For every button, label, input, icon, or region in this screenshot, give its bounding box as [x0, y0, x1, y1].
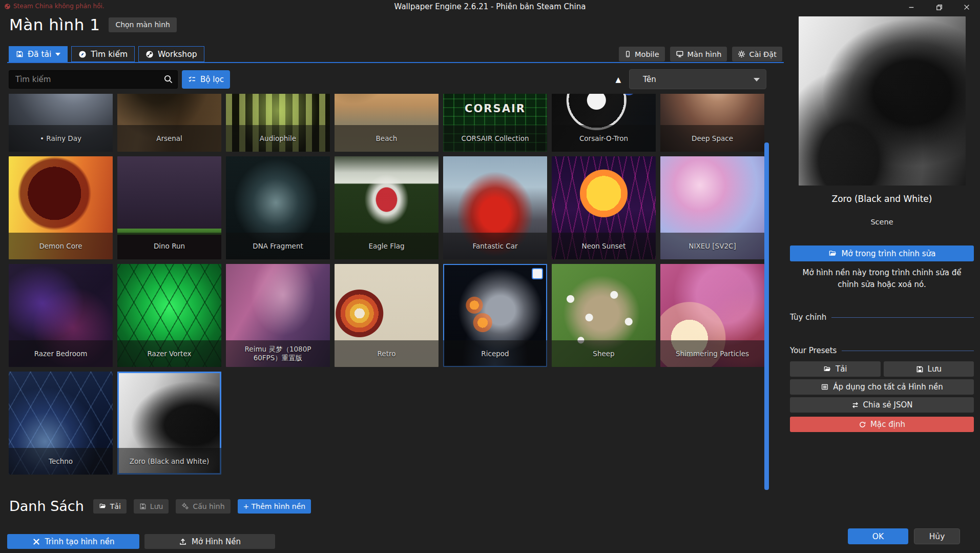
wallpaper-tile[interactable]: Arsenal [117, 94, 221, 152]
settings-button[interactable]: Cài Đặt [732, 47, 782, 62]
open-in-editor-label: Mở trong trình chỉnh sửa [842, 249, 936, 258]
tab-workshop[interactable]: Workshop [138, 46, 204, 62]
wallpaper-name: Dino Run [117, 233, 221, 259]
compass-icon [78, 50, 87, 58]
wallpaper-name: • Rainy Day [9, 125, 113, 152]
sort-dropdown[interactable]: Tên [629, 69, 766, 89]
playlist-bar: Danh Sách Tải Lưu Cấu hình + Thêm hình n… [9, 498, 311, 514]
wallpaper-grid: • Rainy Day Arsenal Audiophile Beach COR… [9, 94, 764, 475]
mobile-button[interactable]: Mobile [619, 47, 665, 62]
search-input[interactable] [9, 70, 178, 89]
wallpaper-name: Neon Sunset [552, 233, 656, 259]
custom-section-label: Tùy chỉnh [790, 313, 826, 322]
wallpaper-tile[interactable]: Eagle Flag [335, 156, 439, 259]
wallpaper-name: NIXEU [SV2C] [660, 233, 764, 259]
tab-installed-label: Đã tải [28, 50, 51, 59]
wallpaper-name: Corsair-O-Tron [552, 125, 656, 152]
wallpaper-tile[interactable]: NIXEU [SV2C] [660, 156, 764, 259]
upload-icon [179, 538, 187, 546]
wallpaper-name: Reimu 灵梦（1080P 60FPS）重置版 [226, 340, 330, 367]
titlebar: Steam China không phản hồi. Wallpaper En… [0, 0, 980, 14]
sort-value: Tên [643, 75, 656, 84]
tab-search[interactable]: Tìm kiếm [71, 46, 135, 62]
gear-icon [738, 50, 745, 58]
wallpaper-tile[interactable]: • Rainy Day [9, 94, 113, 152]
wallpaper-name: Deep Space [660, 125, 764, 152]
close-icon [963, 4, 970, 11]
search-box [9, 70, 178, 89]
playlist-configure-button[interactable]: Cấu hình [176, 499, 230, 514]
wallpaper-tile[interactable]: Dino Run [117, 156, 221, 259]
refresh-icon [859, 421, 866, 428]
wallpaper-tile[interactable]: Fantastic Car [443, 156, 547, 259]
save-icon [16, 50, 24, 58]
window-controls [904, 1, 974, 13]
grid-scrollbar-thumb[interactable] [764, 142, 769, 490]
tab-search-label: Tìm kiếm [91, 50, 128, 59]
wallpaper-tile[interactable]: Sheep [552, 264, 656, 367]
screen-button[interactable]: Màn hình [670, 47, 727, 62]
wallpaper-tile[interactable]: Corsair-O-Tron [552, 94, 656, 152]
wallpaper-type: Scene [784, 218, 980, 226]
sort-direction-button[interactable]: ▲ [612, 73, 625, 86]
monitor-icon [676, 50, 684, 58]
section-divider [831, 317, 974, 318]
wallpaper-tile[interactable]: Audiophile [226, 94, 330, 152]
wallpaper-tile[interactable]: Razer Vortex [117, 264, 221, 367]
add-wallpaper-button[interactable]: + Thêm hình nền [238, 499, 311, 514]
wallpaper-tile[interactable]: Deep Space [660, 94, 764, 152]
screen-button-label: Màn hình [687, 50, 722, 58]
wallpaper-tile[interactable]: Reimu 灵梦（1080P 60FPS）重置版 [226, 264, 330, 367]
settings-button-label: Cài Đặt [749, 50, 776, 58]
open-wallpaper-button[interactable]: Mở Hình Nền [144, 534, 275, 549]
choose-screen-button[interactable]: Chọn màn hình [109, 17, 177, 32]
cancel-button[interactable]: Hủy [914, 528, 960, 544]
wallpaper-tile[interactable]: Demon Core [9, 156, 113, 259]
folder-open-icon [823, 365, 831, 373]
share-json-button[interactable]: Chia sẻ JSON [790, 397, 974, 413]
wallpaper-tile[interactable]: DNA Fragment [226, 156, 330, 259]
wallpaper-name: DNA Fragment [226, 233, 330, 259]
wallpaper-name: Audiophile [226, 125, 330, 152]
share-icon [851, 401, 859, 409]
playlist-load-button[interactable]: Tải [93, 499, 127, 514]
wallpaper-name: Techno [9, 448, 113, 475]
wallpaper-creator-button[interactable]: Trình tạo hình nền [7, 534, 139, 549]
apply-all-button[interactable]: Áp dụng cho tất cả Hình nền [790, 379, 974, 395]
open-in-editor-button[interactable]: Mở trong trình chỉnh sửa [790, 245, 974, 261]
wallpaper-tile[interactable]: Beach [335, 94, 439, 152]
wallpaper-tile[interactable]: Razer Bedroom [9, 264, 113, 367]
gears-icon [181, 502, 189, 510]
close-button[interactable] [960, 1, 974, 13]
filter-button-label: Bộ lọc [200, 75, 224, 84]
reset-default-label: Mặc định [870, 420, 905, 429]
tab-installed[interactable]: Đã tải [9, 46, 68, 62]
wallpaper-tile[interactable]: Retro [335, 264, 439, 367]
wallpaper-name: Sheep [552, 340, 656, 367]
playlist-save-button[interactable]: Lưu [134, 499, 169, 514]
reset-default-button[interactable]: Mặc định [790, 417, 974, 432]
wallpaper-tile[interactable]: CORSAIR CORSAIR Collection [443, 94, 547, 152]
playlist-save-label: Lưu [150, 502, 163, 510]
window-title: Wallpaper Engine 2.6.21 - Phiên bản Stea… [0, 2, 980, 11]
share-json-label: Chia sẻ JSON [863, 400, 913, 409]
wallpaper-name: Fantastic Car [443, 233, 547, 259]
wallpaper-tile[interactable]: Shimmering Particles [660, 264, 764, 367]
wallpaper-tile[interactable]: Neon Sunset [552, 156, 656, 259]
minimize-button[interactable] [904, 1, 919, 13]
wallpaper-tile[interactable]: Zoro (Black and White) [117, 372, 221, 475]
footer-actions: Trình tạo hình nền Mở Hình Nền [7, 534, 275, 549]
preset-save-button[interactable]: Lưu [884, 361, 974, 377]
restore-button[interactable] [932, 1, 946, 13]
wallpaper-tile[interactable]: Ricepod [443, 264, 547, 367]
preset-load-button[interactable]: Tải [790, 361, 881, 377]
wallpaper-tile[interactable]: Techno [9, 372, 113, 475]
tab-bar: Đã tải Tìm kiếm Workshop [9, 46, 204, 62]
filter-button[interactable]: Bộ lọc [182, 70, 230, 89]
wallpaper-name: Zoro (Black and White) [117, 448, 221, 475]
save-icon [139, 503, 147, 510]
wallpaper-creator-label: Trình tạo hình nền [45, 537, 115, 546]
tile-checkbox[interactable] [532, 268, 543, 279]
ok-button[interactable]: OK [848, 528, 908, 544]
tab-workshop-label: Workshop [158, 50, 197, 59]
